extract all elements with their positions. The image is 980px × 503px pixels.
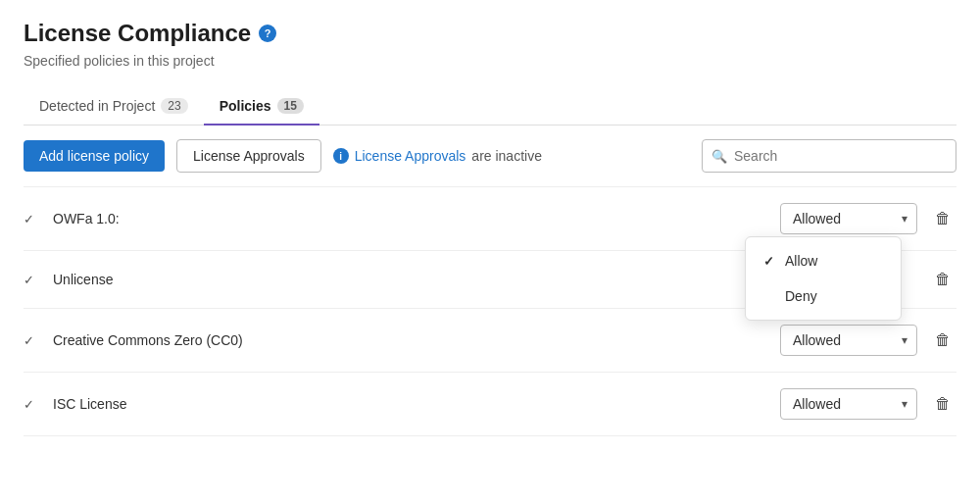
delete-button-owfa[interactable]: 🗑 <box>929 206 956 231</box>
page-title-text: License Compliance <box>24 20 251 47</box>
dropdown-label-deny: Deny <box>785 288 817 304</box>
page-title-row: License Compliance ? <box>24 20 956 47</box>
tab-detected-label: Detected in Project <box>39 98 155 114</box>
help-icon[interactable]: ? <box>259 25 276 42</box>
check-icon-allow: ✓ <box>763 254 777 269</box>
dropdown-label-allow: Allow <box>785 253 817 269</box>
dropdown-menu: ✓ Allow Deny <box>745 236 902 321</box>
tab-detected-badge: 23 <box>161 98 187 114</box>
status-select-wrap-cc0: Allowed Denied <box>780 325 917 356</box>
search-input[interactable] <box>702 139 956 173</box>
inactive-notice-link[interactable]: License Approvals <box>355 148 466 164</box>
delete-button-unlicense[interactable]: 🗑 <box>929 267 956 292</box>
tabs: Detected in Project 23 Policies 15 <box>24 88 956 126</box>
license-approvals-button[interactable]: License Approvals <box>176 139 321 173</box>
status-select-cc0[interactable]: Allowed Denied <box>780 325 917 356</box>
delete-button-cc0[interactable]: 🗑 <box>929 327 956 353</box>
add-license-policy-button[interactable]: Add license policy <box>24 140 165 172</box>
dropdown-item-deny[interactable]: Deny <box>746 278 901 314</box>
page: License Compliance ? Specified policies … <box>0 0 980 503</box>
status-select-wrap-isc: Allowed Denied <box>780 388 917 420</box>
license-name-isc: ISC License <box>53 396 780 412</box>
toolbar: Add license policy License Approvals i L… <box>24 126 956 187</box>
tab-policies-label: Policies <box>220 98 271 114</box>
expand-icon-isc[interactable]: ✓ <box>24 397 43 412</box>
expand-icon-unlicense[interactable]: ✓ <box>24 273 43 287</box>
status-select-owfa[interactable]: Allowed Denied <box>780 203 917 234</box>
inactive-notice-text: are inactive <box>471 148 542 164</box>
status-select-isc[interactable]: Allowed Denied <box>780 388 917 420</box>
dropdown-item-allow[interactable]: ✓ Allow <box>746 243 901 278</box>
license-name-owfa: OWFa 1.0: <box>53 211 780 226</box>
status-select-wrap-owfa: Allowed Denied <box>780 203 917 234</box>
info-icon: i <box>333 148 349 164</box>
page-subtitle: Specified policies in this project <box>24 53 956 69</box>
delete-button-isc[interactable]: 🗑 <box>929 391 956 417</box>
license-row-owfa: ✓ OWFa 1.0: Allowed Denied 🗑 ✓ Allow Den… <box>24 187 956 251</box>
page-header: License Compliance ? Specified policies … <box>24 20 956 69</box>
license-list: ✓ OWFa 1.0: Allowed Denied 🗑 ✓ Allow Den… <box>24 187 956 436</box>
license-name-cc0: Creative Commons Zero (CC0) <box>53 332 780 348</box>
tab-policies-badge: 15 <box>277 98 304 114</box>
inactive-notice: i License Approvals are inactive <box>333 148 542 164</box>
license-row-isc: ✓ ISC License Allowed Denied 🗑 <box>24 373 956 436</box>
expand-icon-owfa[interactable]: ✓ <box>24 212 43 226</box>
tab-policies[interactable]: Policies 15 <box>204 88 319 126</box>
search-wrap: 🔍 <box>702 139 956 173</box>
tab-detected[interactable]: Detected in Project 23 <box>24 88 204 126</box>
expand-icon-cc0[interactable]: ✓ <box>24 333 43 348</box>
